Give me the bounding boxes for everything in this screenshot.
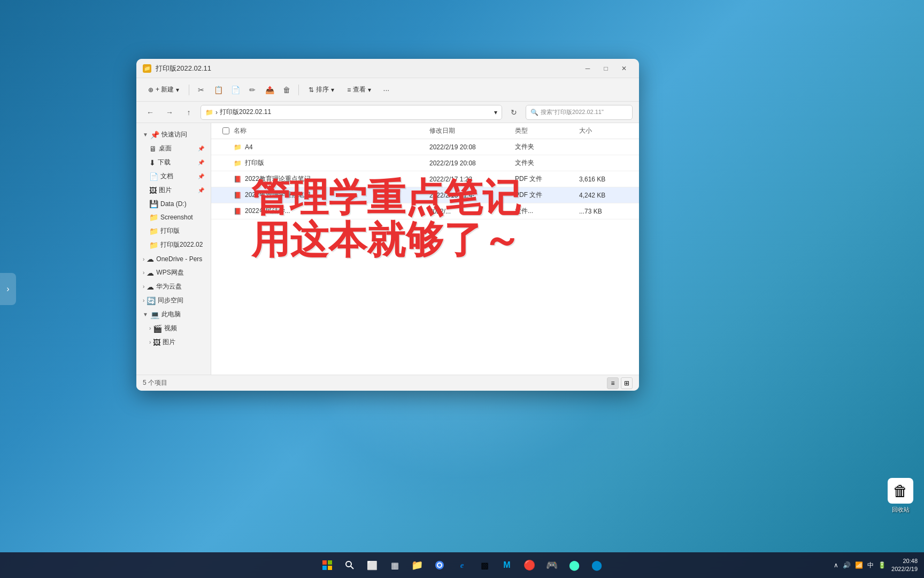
onedrive-expand-icon: › bbox=[143, 256, 144, 262]
file-modified-1: 2022/2/19 20:08 bbox=[429, 143, 515, 151]
file-row[interactable]: 📁 打印版 2022/2/19 20:08 文件夹 bbox=[211, 155, 639, 171]
copy-button[interactable]: 📋 bbox=[211, 82, 226, 97]
sidebar-item-downloads[interactable]: ⬇ 下载 📌 bbox=[138, 156, 209, 169]
header-checkbox-col[interactable] bbox=[218, 126, 234, 135]
tray-expand-icon[interactable]: ∧ bbox=[833, 560, 840, 570]
network-icon[interactable]: 📶 bbox=[854, 560, 864, 570]
file-row[interactable]: 📁 A4 2022/2/19 20:08 文件夹 bbox=[211, 139, 639, 155]
sidebar-section-quickaccess: ▼ 📌 快速访问 🖥 桌面 📌 ⬇ 下载 📌 bbox=[136, 128, 211, 252]
file-type-4: PDF 文件 bbox=[515, 191, 579, 200]
start-button[interactable] bbox=[318, 556, 337, 575]
refresh-button[interactable]: ↻ bbox=[506, 105, 521, 120]
toolbar-sep-2 bbox=[298, 85, 299, 95]
pictures-icon: 🖼 bbox=[149, 186, 157, 195]
view-button[interactable]: ≡ 查看 ▾ bbox=[342, 81, 376, 98]
minimize-button[interactable]: ─ bbox=[579, 61, 596, 76]
up-button[interactable]: ↑ bbox=[181, 105, 196, 120]
wps-expand-icon: › bbox=[143, 270, 144, 276]
widgets-button[interactable]: ▦ bbox=[385, 556, 404, 575]
more-button[interactable]: ··· bbox=[379, 82, 394, 97]
app7-taskbar-button[interactable]: M bbox=[497, 556, 517, 575]
file-row[interactable]: 📕 2022教育理论重点笔记 2022/2/17 1:23 PDF 文件 3,6… bbox=[211, 171, 639, 187]
sidebar-item-datad[interactable]: 💾 Data (D:) bbox=[138, 197, 209, 210]
header-name[interactable]: 名称 bbox=[234, 126, 429, 135]
share-button[interactable]: 📤 bbox=[262, 82, 277, 97]
address-path[interactable]: 📁 › 打印版2022.02.11 ▾ bbox=[201, 105, 502, 120]
sidebar-quickaccess-header[interactable]: ▼ 📌 快速访问 bbox=[138, 128, 209, 141]
file-type-3: PDF 文件 bbox=[515, 174, 579, 184]
edge-button[interactable]: e bbox=[452, 556, 472, 575]
sidebar-item-video[interactable]: › 🎬 视频 bbox=[138, 322, 209, 335]
header-size[interactable]: 大小 bbox=[579, 126, 633, 135]
sidebar-item-desktop[interactable]: 🖥 桌面 📌 bbox=[138, 142, 209, 155]
recycle-bin[interactable]: 🗑 回收站 bbox=[888, 478, 913, 514]
file-row[interactable]: 📕 2022年民法学... 2022/... 文件... ...73 KB bbox=[211, 203, 639, 219]
sidebar-item-sync[interactable]: › 🔄 同步空间 bbox=[138, 294, 209, 307]
sidebar-item-huawei[interactable]: › ☁ 华为云盘 bbox=[138, 280, 209, 293]
battery-icon[interactable]: 🔋 bbox=[877, 560, 887, 570]
sort-icon: ⇅ bbox=[309, 86, 314, 94]
huawei-label: 华为云盘 bbox=[156, 282, 204, 291]
app11-taskbar-button[interactable]: ⬤ bbox=[587, 556, 606, 575]
toolbar: ⊕ + 新建 ▾ ✂ 📋 📄 ✏ 📤 🗑 ⇅ 排序 ▾ ≡ 查看 ▾ ··· bbox=[136, 78, 639, 102]
new-button[interactable]: ⊕ + 新建 ▾ bbox=[143, 81, 184, 98]
taskbar-clock[interactable]: 20:48 2022/2/19 bbox=[891, 557, 918, 574]
app10-taskbar-button[interactable]: ⬤ bbox=[565, 556, 584, 575]
header-type[interactable]: 类型 bbox=[515, 126, 579, 135]
thispc-icon: 💻 bbox=[150, 310, 159, 319]
explorer-taskbar-button[interactable]: 📁 bbox=[407, 556, 427, 575]
file-modified-5: 2022/... bbox=[429, 208, 515, 215]
delete-button[interactable]: 🗑 bbox=[279, 82, 294, 97]
sidebar-item-print2022[interactable]: 📁 打印版2022.02 bbox=[138, 238, 209, 252]
app8-taskbar-button[interactable]: 🔴 bbox=[520, 556, 539, 575]
svg-rect-2 bbox=[322, 566, 327, 570]
file-modified-4: 2022/2/13 11:4- bbox=[429, 192, 515, 199]
rename-button[interactable]: ✏ bbox=[245, 82, 260, 97]
sidebar: ▼ 📌 快速访问 🖥 桌面 📌 ⬇ 下载 📌 bbox=[136, 123, 211, 375]
sidebar-item-print[interactable]: 📁 打印版 bbox=[138, 224, 209, 238]
sidebar-item-pictures[interactable]: 🖼 图片 📌 bbox=[138, 184, 209, 197]
sidebar-item-onedrive[interactable]: › ☁ OneDrive - Pers bbox=[138, 253, 209, 265]
sidebar-item-pictures2[interactable]: › 🖼 图片 bbox=[138, 336, 209, 349]
pictures2-label: 图片 bbox=[163, 338, 204, 347]
file-row[interactable]: 📕 2022年管理学重点笔记 2022/2/13 11:4- PDF 文件 4,… bbox=[211, 187, 639, 203]
file-name-3: 📕 2022教育理论重点笔记 bbox=[234, 174, 429, 184]
onedrive-icon: ☁ bbox=[147, 255, 154, 263]
forward-button[interactable]: → bbox=[162, 105, 177, 120]
file-size-3: 3,616 KB bbox=[579, 176, 633, 183]
chevron-right-icon: › bbox=[6, 284, 9, 294]
folder-icon-1: 📁 bbox=[234, 143, 242, 151]
taskbar-time: 20:48 bbox=[891, 557, 918, 565]
select-all-checkbox[interactable] bbox=[222, 127, 229, 134]
app6-taskbar-button[interactable]: ▩ bbox=[475, 556, 494, 575]
path-folder-icon: 📁 bbox=[205, 109, 213, 116]
close-button[interactable]: ✕ bbox=[615, 61, 633, 76]
downloads-icon: ⬇ bbox=[149, 158, 156, 167]
sidebar-item-screenshot[interactable]: 📁 Screenshot bbox=[138, 211, 209, 224]
print-label: 打印版 bbox=[160, 226, 204, 235]
file-label-2: 打印版 bbox=[245, 158, 264, 168]
lang-icon[interactable]: 中 bbox=[866, 560, 875, 571]
sidebar-item-documents[interactable]: 📄 文档 📌 bbox=[138, 170, 209, 183]
file-label-1: A4 bbox=[245, 143, 253, 151]
paste-button[interactable]: 📄 bbox=[228, 82, 243, 97]
search-box[interactable]: 🔍 搜索"打印版2022.02.11" bbox=[526, 105, 633, 120]
huawei-expand-icon: › bbox=[143, 284, 144, 290]
volume-icon[interactable]: 🔊 bbox=[842, 560, 852, 570]
search-taskbar-button[interactable] bbox=[340, 556, 359, 575]
sync-icon: 🔄 bbox=[147, 296, 156, 305]
back-button[interactable]: ← bbox=[143, 105, 158, 120]
sidebar-toggle-btn[interactable]: › bbox=[0, 273, 16, 305]
header-modified[interactable]: 修改日期 bbox=[429, 126, 515, 135]
list-view-button[interactable]: ≡ bbox=[607, 377, 619, 389]
cut-button[interactable]: ✂ bbox=[194, 82, 209, 97]
browser-button-1[interactable] bbox=[430, 556, 449, 575]
grid-view-button[interactable]: ⊞ bbox=[621, 377, 633, 389]
datad-icon: 💾 bbox=[149, 200, 158, 208]
maximize-button[interactable]: □ bbox=[597, 61, 614, 76]
app9-taskbar-button[interactable]: 🎮 bbox=[542, 556, 561, 575]
sort-button[interactable]: ⇅ 排序 ▾ bbox=[303, 81, 340, 98]
sidebar-item-thispc[interactable]: ▼ 💻 此电脑 bbox=[138, 308, 209, 321]
taskview-button[interactable]: ⬜ bbox=[363, 556, 382, 575]
sidebar-item-wps[interactable]: › ☁ WPS网盘 bbox=[138, 266, 209, 279]
